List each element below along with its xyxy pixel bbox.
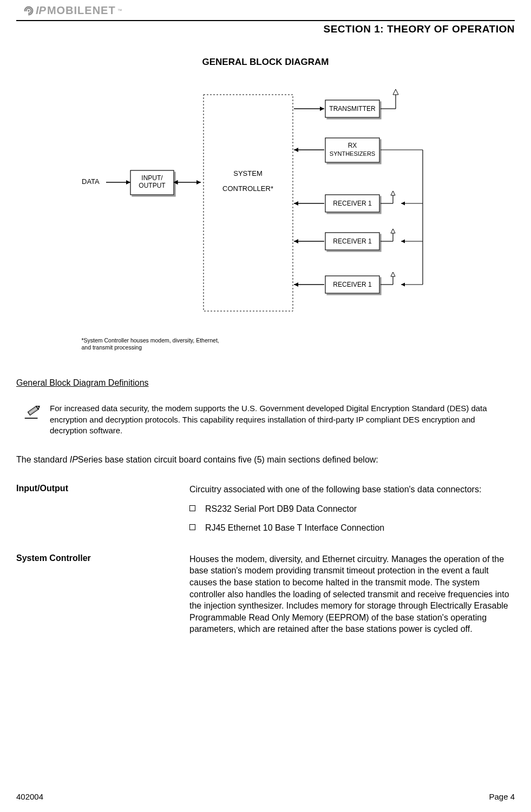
diagram-title: GENERAL BLOCK DIAGRAM: [16, 57, 515, 68]
logo: IP MOBILENET ™: [23, 4, 515, 17]
page-footer: 402004 Page 4: [16, 792, 515, 801]
section-title: SECTION 1: THEORY OF OPERATION: [16, 23, 515, 35]
definition-sysctl-term: System Controller: [16, 553, 189, 563]
svg-point-0: [28, 10, 30, 12]
definitions-heading: General Block Diagram Definitions: [16, 378, 515, 388]
svg-text:TRANSMITTER: TRANSMITTER: [329, 105, 376, 113]
intro-italic: IP: [70, 455, 78, 464]
diagram-footnote: *System Controller houses modem, diversi…: [82, 337, 222, 351]
security-note-row: For increased data security, the modem s…: [24, 403, 515, 436]
definition-io-desc: Circuitry associated with one of the fol…: [189, 484, 515, 496]
definition-io-term: Input/Output: [16, 484, 189, 493]
svg-text:CONTROLLER*: CONTROLLER*: [222, 184, 273, 193]
svg-text:SYSTEM: SYSTEM: [233, 169, 262, 177]
svg-text:INPUT/: INPUT/: [141, 174, 163, 182]
definition-sysctl: System Controller Houses the modem, dive…: [16, 553, 515, 635]
logo-mobilenet-text: MOBILENET: [47, 4, 116, 17]
io-bullet-2: RJ45 Ethernet 10 Base T Interface Connec…: [189, 522, 515, 534]
intro-suffix: Series base station circuit board contai…: [78, 455, 378, 464]
logo-ip-text: IP: [36, 4, 46, 17]
definition-sysctl-body: Houses the modem, diversity, and Etherne…: [189, 553, 515, 635]
intro-text: The standard IPSeries base station circu…: [16, 455, 515, 465]
security-note-text: For increased data security, the modem s…: [50, 403, 515, 436]
definition-io-body: Circuitry associated with one of the fol…: [189, 484, 515, 542]
svg-text:OUTPUT: OUTPUT: [139, 182, 166, 189]
io-bullet-1-text: RS232 Serial Port DB9 Data Connector: [205, 503, 357, 515]
definition-io: Input/Output Circuitry associated with o…: [16, 484, 515, 542]
square-bullet-icon: [189, 505, 195, 511]
svg-text:RECEIVER 1: RECEIVER 1: [333, 200, 372, 207]
footer-right: Page 4: [489, 792, 515, 801]
io-bullet-2-text: RJ45 Ethernet 10 Base T Interface Connec…: [205, 522, 384, 534]
block-diagram-svg: DATA INPUT/ OUTPUT SYSTEM CONTROLLER* TR…: [76, 89, 455, 333]
svg-text:RECEIVER 1: RECEIVER 1: [333, 281, 372, 288]
pencil-icon: [24, 404, 42, 420]
footer-left: 402004: [16, 792, 43, 801]
svg-line-41: [29, 408, 37, 414]
header-rule: [16, 20, 515, 21]
svg-line-40: [29, 407, 37, 413]
svg-text:RX: RX: [348, 142, 357, 149]
block-diagram: DATA INPUT/ OUTPUT SYSTEM CONTROLLER* TR…: [71, 89, 461, 351]
io-bullet-1: RS232 Serial Port DB9 Data Connector: [189, 503, 515, 515]
diagram-data-label: DATA: [82, 177, 100, 186]
logo-e-icon: [23, 5, 35, 17]
intro-prefix: The standard: [16, 455, 70, 464]
svg-text:RECEIVER 1: RECEIVER 1: [333, 237, 372, 245]
svg-text:SYNTHESIZERS: SYNTHESIZERS: [329, 150, 375, 157]
square-bullet-icon: [189, 524, 195, 530]
svg-rect-6: [204, 95, 293, 311]
logo-tm: ™: [117, 8, 122, 14]
